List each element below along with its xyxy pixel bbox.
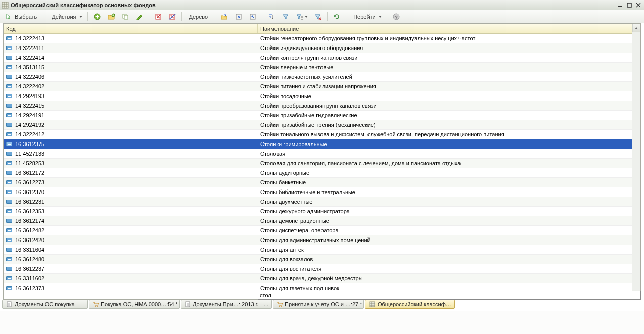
table-row[interactable]: 14 3513115Стойки леерные и тентовые — [4, 63, 640, 72]
table-row[interactable]: 14 2924193Стойки посадочные — [4, 91, 640, 101]
window-controls — [616, 2, 642, 9]
help-button[interactable]: ? — [390, 11, 403, 22]
svg-rect-45 — [370, 302, 375, 307]
cell-name: Стойки призабойные гидравлические — [258, 112, 640, 118]
table-row[interactable]: 11 4527133Столовая — [4, 149, 640, 159]
cell-code: 16 3612237 — [4, 266, 258, 272]
table-row[interactable]: 16 3311602Столы для врача, дежурной медс… — [4, 274, 640, 283]
window-tab[interactable]: Документы При…: 2013 г. - … — [181, 300, 272, 309]
cell-name: Стойки низкочастотных усилителей — [258, 74, 640, 80]
separator — [346, 12, 346, 21]
table-row[interactable]: 14 2924191Стойки призабойные гидравличес… — [4, 111, 640, 120]
actions-menu[interactable]: Действия — [47, 11, 84, 22]
goto-label: Перейти — [351, 14, 378, 20]
select-label: Выбрать — [13, 14, 39, 20]
maximize-button[interactable] — [625, 2, 633, 9]
code-text: 14 3222415 — [15, 103, 44, 109]
table-row[interactable]: 16 3612480Столы для вокзалов — [4, 255, 640, 264]
table-row[interactable]: 16 3612482Столы диспетчера, оператора — [4, 226, 640, 235]
scroll-up-button[interactable] — [632, 24, 640, 32]
cell-name: Столы диспетчера, оператора — [258, 227, 640, 233]
select-button[interactable]: Выбрать — [2, 11, 41, 22]
code-text: 14 3222413 — [15, 35, 44, 41]
table-row[interactable]: 16 3612370Столы библиотечные и театральн… — [4, 187, 640, 197]
table-row[interactable]: 14 3222402Стойки питания и стабилизации … — [4, 82, 640, 91]
cell-name: Столовая — [258, 151, 640, 157]
cell-name: Столы двухместные — [258, 199, 640, 205]
filter-off-button[interactable] — [311, 11, 325, 22]
window-tab[interactable]: Общероссийский классиф… — [365, 300, 455, 309]
table-row[interactable]: 16 3612237Столы для воспитателя — [4, 264, 640, 274]
filter-value-button[interactable] — [279, 11, 292, 22]
table-row[interactable]: 16 3612375Столики гримировальные — [4, 139, 640, 149]
column-header-code[interactable]: Код — [4, 24, 258, 33]
window-tab[interactable]: Документы ОС покупка — [2, 300, 88, 309]
cell-name: Столовая для санатория, пансионата с леч… — [258, 160, 640, 166]
edit-button[interactable] — [133, 11, 146, 22]
doc-icon — [6, 301, 13, 308]
filter-settings-button[interactable] — [293, 11, 310, 22]
separator — [387, 12, 387, 21]
cell-name: Стойки преобразования групп каналов связ… — [258, 103, 640, 109]
cell-name: Столы для воспитателя — [258, 266, 640, 272]
cell-name: Столы для административных помещений — [258, 237, 640, 243]
column-header-name[interactable]: Наименование — [258, 24, 640, 33]
tab-label: Принятие к учету ОС и …:27 * — [285, 301, 362, 307]
minimize-button[interactable] — [616, 2, 624, 9]
delete-button[interactable] — [152, 11, 165, 22]
table-row[interactable]: 16 3612273Столы банкетные — [4, 178, 640, 187]
column-header-name-label: Наименование — [260, 26, 299, 32]
add-group-button[interactable] — [105, 11, 118, 22]
item-icon — [6, 36, 12, 40]
item-icon — [6, 257, 12, 261]
vertical-scrollbar[interactable] — [632, 24, 640, 299]
cell-code: 14 3222415 — [4, 103, 258, 109]
table-row[interactable]: 16 3612420Столы для административных пом… — [4, 235, 640, 245]
item-icon — [6, 142, 12, 146]
table-row[interactable]: 14 3222412Стойки тонального вызова и диф… — [4, 130, 640, 139]
level-down-button[interactable] — [232, 11, 245, 22]
table-row[interactable]: 16 3612353Столы дежурного администратора — [4, 207, 640, 216]
tree-label: Дерево — [187, 14, 210, 20]
copy-button[interactable] — [119, 11, 132, 22]
search-input[interactable] — [258, 291, 641, 300]
table-row[interactable]: 14 3222415Стойки преобразования групп ка… — [4, 101, 640, 111]
table-row[interactable]: 14 2924192Стойки призабойные трения (мех… — [4, 120, 640, 130]
cell-name: Столы для аптек — [258, 247, 640, 253]
table-row[interactable]: 14 3222406Стойки низкочастотных усилител… — [4, 72, 640, 82]
cell-name: Столы демонстрационные — [258, 218, 640, 224]
cell-code: 14 3222411 — [4, 45, 258, 51]
table-body[interactable]: 14 3222413Стойки генераторного оборудова… — [4, 34, 640, 299]
table-row[interactable]: 14 3222414Стойки контроля групп каналов … — [4, 53, 640, 63]
cell-name: Столы аудиторные — [258, 170, 640, 176]
level-up-button[interactable] — [246, 11, 259, 22]
separator — [262, 12, 262, 21]
code-text: 16 3612482 — [15, 227, 44, 233]
funnel-value-icon — [282, 13, 290, 21]
table-row[interactable]: 16 3311604Столы для аптек — [4, 245, 640, 255]
table-row[interactable]: 16 3612172Столы аудиторные — [4, 168, 640, 178]
table-row[interactable]: 11 4528253Столовая для санатория, пансио… — [4, 159, 640, 168]
scroll-track[interactable] — [632, 32, 640, 291]
plus-circle-icon — [93, 13, 101, 21]
table-row[interactable]: 14 3222411Стойки индивидуального оборудо… — [4, 43, 640, 53]
move-item-button[interactable] — [218, 11, 231, 22]
table-row[interactable]: 16 3612231Столы двухместные — [4, 197, 640, 207]
uncross-button[interactable] — [166, 11, 179, 22]
close-button[interactable] — [634, 2, 642, 9]
window-tab[interactable]: Покупка ОС, НМА 0000…:54 * — [89, 300, 180, 309]
data-grid: Код Наименование 14 3222413Стойки генера… — [3, 23, 641, 300]
arrow-in-icon — [235, 13, 243, 21]
tree-toggle-button[interactable]: Дерево — [185, 11, 213, 22]
window-tab[interactable]: Принятие к учету ОС и …:27 * — [273, 300, 364, 309]
cell-name: Столы библиотечные и театральные — [258, 189, 640, 195]
add-button[interactable] — [90, 11, 104, 22]
code-text: 11 4528253 — [15, 160, 44, 166]
table-row[interactable]: 16 3612174Столы демонстрационные — [4, 216, 640, 226]
table-row[interactable]: 14 3222413Стойки генераторного оборудова… — [4, 34, 640, 43]
filter-sort-button[interactable] — [265, 11, 278, 22]
cell-code: 14 2924193 — [4, 93, 258, 99]
code-text: 16 3612353 — [15, 208, 44, 214]
refresh-button[interactable] — [330, 11, 343, 22]
goto-menu[interactable]: Перейти — [349, 11, 384, 22]
